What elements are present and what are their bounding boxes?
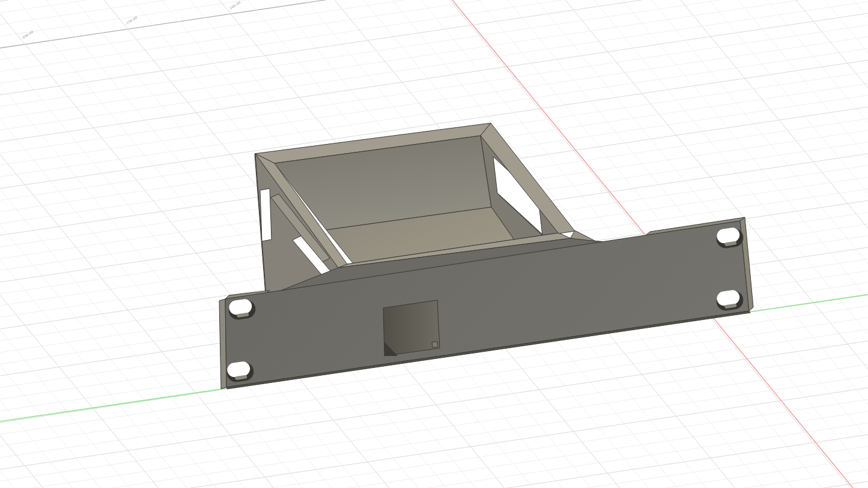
left-wall-slot-back[interactable]	[260, 188, 272, 241]
plate-center-square-hole[interactable]	[383, 300, 440, 356]
grid-measurement-labels: -200.00-150.00-100.00	[20, 0, 241, 40]
grid-label-0: -200.00	[20, 29, 34, 40]
viewport-canvas[interactable]: -200.00-150.00-100.00	[0, 0, 868, 488]
center-hole-notch[interactable]	[432, 342, 438, 348]
model-body[interactable]	[219, 123, 753, 389]
cad-viewport[interactable]: -200.00-150.00-100.00	[0, 0, 868, 488]
